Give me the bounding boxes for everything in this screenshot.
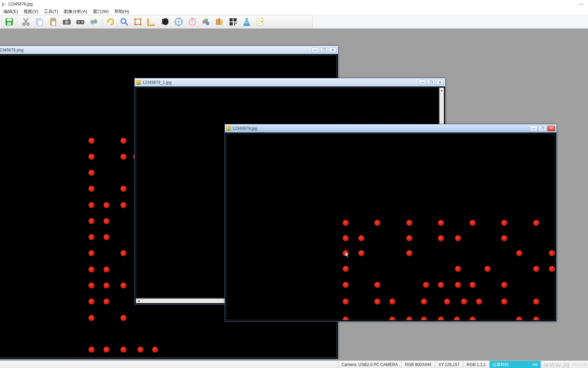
svg-rect-46 [230,18,233,21]
red-dot [421,298,427,305]
red-dot [88,154,95,160]
copy-icon[interactable] [33,16,46,28]
child-window-3-canvas[interactable] [226,134,555,320]
blob-icon[interactable] [159,16,171,28]
red-dot [88,170,95,176]
transfer-icon[interactable] [88,16,100,28]
svg-point-35 [178,21,180,22]
red-dot [455,282,461,288]
app-titlebar: p - 12345678.jpg — [0,0,588,8]
child-window-3-title: 12345678.jpg [232,126,257,131]
status-fps: FPS:0.00 [572,363,587,366]
red-dot [343,235,349,241]
red-dot [343,282,349,288]
menu-tools[interactable]: 工具(T) [41,8,61,15]
camera-icon[interactable] [61,16,73,28]
child-window-1-maximize-button[interactable]: ❐ [320,47,328,53]
child-window-2-maximize-button[interactable]: ❐ [427,80,435,85]
red-dot [501,282,507,288]
ruler-icon[interactable] [145,16,158,28]
cut-icon[interactable] [20,16,32,28]
child-window-3-titlebar[interactable]: 12345678.jpg — ❐ ✕ [225,124,556,133]
svg-point-16 [121,18,126,23]
child-window-2-title: 12345678_1.jpg [142,80,172,85]
workspace: 2345678.png — ❐ ✕ 12345678_1.jpg — ❐ ✕ ▲… [0,29,588,361]
save-icon[interactable] [3,16,15,28]
red-dot [120,282,127,289]
svg-point-22 [140,24,142,25]
menubar: 编辑(E) 视图(V) 工具(T) 图像分析(A) 窗口(W) 帮助(H) [0,8,588,15]
svg-point-15 [81,21,83,23]
menu-help[interactable]: 帮助(H) [112,8,132,15]
svg-rect-44 [218,18,220,25]
red-dot [470,317,476,320]
red-dot [461,298,467,305]
scroll-up-icon[interactable]: ▲ [440,88,444,93]
svg-point-57 [137,81,138,82]
red-dot [358,250,364,256]
timer-icon[interactable] [186,16,198,28]
svg-rect-2 [7,22,11,25]
child-window-2-titlebar[interactable]: 12345678_1.jpg — ❐ ✕ [135,78,445,87]
red-dot [444,298,450,305]
scroll-left-icon[interactable]: ◀ [136,299,141,303]
3d-icon[interactable] [200,16,212,28]
child-window-2-minimize-button[interactable]: — [419,80,426,85]
note-icon[interactable] [254,16,266,28]
svg-point-19 [134,18,136,20]
books-icon[interactable] [213,16,226,28]
barcode-icon[interactable] [227,16,239,28]
menu-window[interactable]: 窗口(W) [90,8,112,15]
record-icon[interactable] [74,16,86,28]
red-dot [88,315,95,321]
red-dot [103,218,110,224]
svg-point-59 [227,127,229,128]
watermark: www.jq [541,361,570,368]
child-window-3[interactable]: 12345678.jpg — ❐ ✕ [225,124,557,322]
menu-edit[interactable]: 编辑(E) [1,8,21,15]
app-minimize-button[interactable]: — [574,0,588,8]
red-dot [103,202,110,208]
svg-point-20 [140,18,142,20]
red-dot [88,266,95,273]
red-dot [501,235,507,241]
svg-rect-41 [205,18,208,21]
menu-view[interactable]: 视图(V) [21,8,41,15]
red-dot [88,347,95,353]
red-dot [343,298,349,305]
child-window-2-close-button[interactable]: ✕ [436,80,444,85]
crop-icon[interactable] [132,16,144,28]
status-resolution: RGB 800X444 [401,361,435,368]
red-dot [406,250,412,256]
child-window-3-minimize-button[interactable]: — [530,126,537,131]
zoom-icon[interactable] [118,16,130,28]
status-camera: Camera: USB2.0 PC CAMERA [338,361,401,368]
svg-rect-49 [234,22,235,24]
menu-image-analysis[interactable]: 图像分析(A) [61,8,90,15]
red-dot [374,298,380,305]
child-window-3-close-button[interactable]: ✕ [548,126,555,131]
child-window-1-titlebar[interactable]: 2345678.png — ❐ ✕ [0,46,338,54]
status-calc-time: 运算耗时: ms [489,361,541,368]
child-window-1-close-button[interactable]: ✕ [329,47,337,53]
paste-icon[interactable] [47,16,59,28]
red-dot [374,220,380,226]
child-window-1-minimize-button[interactable]: — [311,47,319,53]
red-dot [438,282,444,288]
red-dot [533,298,539,305]
target-icon[interactable] [173,16,185,28]
red-dot [476,298,482,305]
red-dot [501,298,507,305]
undo-icon[interactable] [104,16,117,28]
red-dot [438,235,444,241]
red-dot [549,266,555,272]
child-window-1-title: 2345678.png [0,48,23,52]
flask-icon[interactable] [241,16,253,28]
svg-rect-43 [216,19,218,25]
red-dot [485,266,491,272]
red-dot [88,186,95,192]
red-dot [120,347,127,353]
child-window-3-maximize-button[interactable]: ❐ [539,126,546,131]
svg-point-28 [167,18,168,19]
statusbar: Camera: USB2.0 PC CAMERA RGB 800X444 XY:… [0,361,588,368]
